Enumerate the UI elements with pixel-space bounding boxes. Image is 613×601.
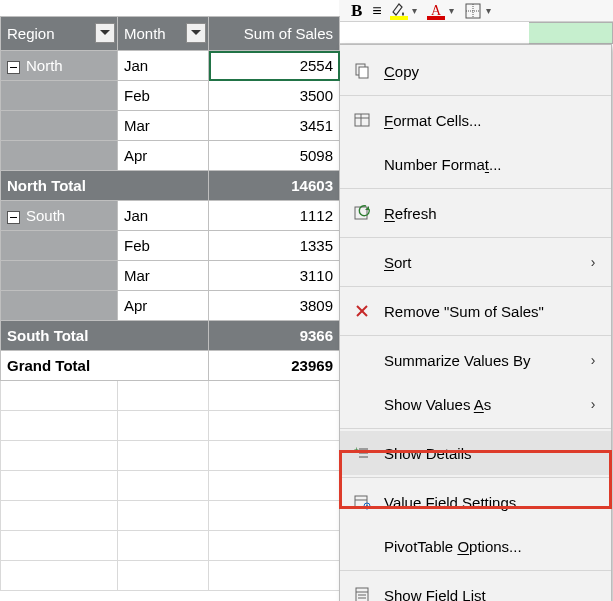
subtotal-label[interactable]: South Total bbox=[1, 321, 209, 351]
empty-cell[interactable] bbox=[1, 411, 118, 441]
copy-icon bbox=[340, 62, 384, 80]
empty-cell[interactable] bbox=[1, 471, 118, 501]
menu-show-field-list[interactable]: Show Field List bbox=[340, 573, 611, 601]
empty-cell[interactable] bbox=[209, 441, 340, 471]
value-cell[interactable]: 5098 bbox=[209, 141, 340, 171]
region-cell[interactable]: North bbox=[1, 51, 118, 81]
value-cell[interactable]: 3451 bbox=[209, 111, 340, 141]
month-cell[interactable]: Feb bbox=[118, 231, 209, 261]
month-cell[interactable]: Feb bbox=[118, 81, 209, 111]
empty-cell[interactable] bbox=[1, 501, 118, 531]
empty-cell[interactable] bbox=[1, 561, 118, 591]
chevron-down-icon[interactable]: ▾ bbox=[486, 5, 491, 16]
empty-cell[interactable] bbox=[118, 411, 209, 441]
value-cell[interactable]: 3809 bbox=[209, 291, 340, 321]
empty-cell[interactable] bbox=[209, 561, 340, 591]
menu-remove[interactable]: Remove "Sum of Sales" bbox=[340, 289, 611, 333]
collapse-icon[interactable] bbox=[7, 61, 20, 74]
header-month-label: Month bbox=[124, 25, 166, 42]
menu-copy[interactable]: Copy bbox=[340, 49, 611, 93]
format-cells-icon bbox=[340, 111, 384, 129]
month-cell[interactable]: Jan bbox=[118, 51, 209, 81]
region-cell[interactable]: South bbox=[1, 201, 118, 231]
menu-separator bbox=[340, 237, 611, 238]
month-cell[interactable]: Mar bbox=[118, 261, 209, 291]
border-button[interactable]: ≡ bbox=[372, 2, 379, 20]
empty-cell[interactable] bbox=[1, 381, 118, 411]
empty-cell[interactable] bbox=[118, 471, 209, 501]
menu-separator bbox=[340, 286, 611, 287]
region-label: North bbox=[26, 57, 63, 74]
value-cell[interactable]: 3500 bbox=[209, 81, 340, 111]
chevron-down-icon[interactable]: ▾ bbox=[412, 5, 417, 16]
empty-cell[interactable] bbox=[209, 381, 340, 411]
chevron-down-icon[interactable]: ▾ bbox=[449, 5, 454, 16]
menu-value-field-settings[interactable]: Value Field Settings... bbox=[340, 480, 611, 524]
value-cell[interactable]: 1112 bbox=[209, 201, 340, 231]
borders-button[interactable] bbox=[464, 2, 482, 20]
field-settings-icon bbox=[340, 493, 384, 511]
empty-cell[interactable] bbox=[1, 441, 118, 471]
menu-summarize-values-by[interactable]: Summarize Values By › bbox=[340, 338, 611, 382]
value-cell[interactable]: 2554 bbox=[209, 51, 340, 81]
menu-label: PivotTable Options... bbox=[384, 538, 585, 555]
region-label: South bbox=[26, 207, 65, 224]
svg-text:+: + bbox=[354, 445, 359, 454]
submenu-arrow-icon: › bbox=[585, 254, 601, 270]
empty-cell[interactable] bbox=[1, 531, 118, 561]
empty-cell[interactable] bbox=[209, 411, 340, 441]
bold-button[interactable]: B bbox=[351, 1, 362, 21]
menu-label: Show Field List bbox=[384, 587, 585, 602]
region-cell bbox=[1, 141, 118, 171]
menu-sort[interactable]: Sort › bbox=[340, 240, 611, 284]
show-details-icon: + bbox=[340, 444, 384, 462]
month-cell[interactable]: Mar bbox=[118, 111, 209, 141]
menu-label: Number Format... bbox=[384, 156, 585, 173]
menu-number-format[interactable]: Number Format... bbox=[340, 142, 611, 186]
empty-cell[interactable] bbox=[118, 501, 209, 531]
sheet-cell bbox=[339, 22, 529, 44]
svg-rect-9 bbox=[355, 207, 367, 219]
fill-color-button[interactable] bbox=[390, 4, 408, 18]
empty-cell[interactable] bbox=[209, 471, 340, 501]
value-cell[interactable]: 3110 bbox=[209, 261, 340, 291]
filter-dropdown-icon[interactable] bbox=[186, 23, 206, 43]
header-month[interactable]: Month bbox=[118, 17, 209, 51]
value-cell[interactable]: 1335 bbox=[209, 231, 340, 261]
menu-show-details[interactable]: + Show Details bbox=[340, 431, 611, 475]
svg-rect-6 bbox=[355, 114, 369, 126]
menu-show-values-as[interactable]: Show Values As › bbox=[340, 382, 611, 426]
empty-cell[interactable] bbox=[118, 381, 209, 411]
subtotal-value[interactable]: 9366 bbox=[209, 321, 340, 351]
field-list-icon bbox=[340, 586, 384, 601]
filter-dropdown-icon[interactable] bbox=[95, 23, 115, 43]
month-cell[interactable]: Apr bbox=[118, 291, 209, 321]
font-color-button[interactable]: A bbox=[427, 4, 445, 18]
menu-label: Format Cells... bbox=[384, 112, 585, 129]
grand-total-label[interactable]: Grand Total bbox=[1, 351, 209, 381]
region-cell bbox=[1, 261, 118, 291]
menu-separator bbox=[340, 477, 611, 478]
region-cell bbox=[1, 291, 118, 321]
header-sales[interactable]: Sum of Sales bbox=[209, 17, 340, 51]
empty-cell[interactable] bbox=[118, 531, 209, 561]
month-cell[interactable]: Apr bbox=[118, 141, 209, 171]
empty-cell[interactable] bbox=[209, 531, 340, 561]
menu-label: Show Details bbox=[384, 445, 585, 462]
empty-cell[interactable] bbox=[118, 561, 209, 591]
empty-cell[interactable] bbox=[209, 501, 340, 531]
subtotal-label[interactable]: North Total bbox=[1, 171, 209, 201]
header-sales-label: Sum of Sales bbox=[244, 25, 333, 42]
menu-pivottable-options[interactable]: PivotTable Options... bbox=[340, 524, 611, 568]
month-cell[interactable]: Jan bbox=[118, 201, 209, 231]
header-region[interactable]: Region bbox=[1, 17, 118, 51]
submenu-arrow-icon: › bbox=[585, 352, 601, 368]
submenu-arrow-icon: › bbox=[585, 396, 601, 412]
empty-cell[interactable] bbox=[118, 441, 209, 471]
menu-refresh[interactable]: Refresh bbox=[340, 191, 611, 235]
subtotal-value[interactable]: 14603 bbox=[209, 171, 340, 201]
grand-total-value[interactable]: 23969 bbox=[209, 351, 340, 381]
mini-toolbar: B ≡ ▾ A ▾ ▾ bbox=[339, 0, 613, 22]
collapse-icon[interactable] bbox=[7, 211, 20, 224]
menu-format-cells[interactable]: Format Cells... bbox=[340, 98, 611, 142]
